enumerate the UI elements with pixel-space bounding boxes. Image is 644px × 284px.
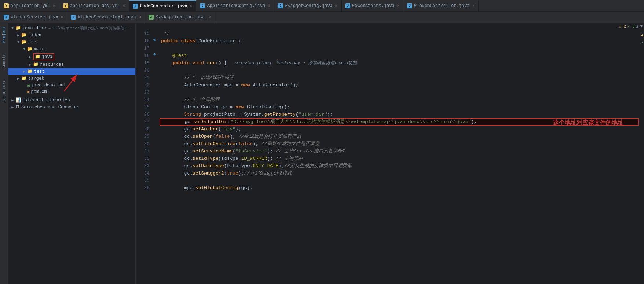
- code-line-28: gc.setAuthor("szx");: [160, 126, 639, 133]
- tab-icon-java1: J: [133, 4, 138, 9]
- arrow-target: ▶: [15, 76, 21, 81]
- tree-scratches[interactable]: ▶ 🗒 Scratches and Consoles: [8, 104, 135, 111]
- tab-swaggerconfig[interactable]: J SwaggerConfig.java ×: [274, 0, 341, 11]
- nav-up-btn[interactable]: ▲: [636, 24, 639, 29]
- code-line-31: gc.setServiceName("%sService"); // 去掉Ser…: [160, 148, 639, 155]
- tab-icon-java8: J: [149, 15, 154, 20]
- code-line-26: String projectPath = System.getProperty(…: [160, 111, 639, 118]
- tree-iml[interactable]: ▣ java-demo.iml: [8, 82, 135, 89]
- tab-codegenerator[interactable]: J CodeGenerator.java ×: [129, 0, 196, 11]
- tab-bar-row2: J WTokenService.java × J WTokenServiceIm…: [0, 12, 644, 23]
- annotation-text: 这个地址对应该文件的地址: [553, 119, 623, 126]
- arrow-test: ▶: [21, 69, 27, 74]
- tree-resources[interactable]: ▶ 📁 resources: [8, 61, 135, 68]
- code-line-36: mpg.setGlobalConfig(gc);: [160, 184, 639, 192]
- editor-area: ⚠ 2 ✓ 3 ▲ ▼ 15 16 17 18 19 20 21 22 23 2…: [136, 23, 644, 284]
- tab-bar-row1: Y application.yml × Y application-dev.ym…: [0, 0, 644, 12]
- tab-icon-yml: Y: [4, 3, 9, 8]
- gutter: ⊕ ⊕: [152, 29, 160, 284]
- arrow-idea: ▶: [15, 33, 21, 37]
- arrow-external: ▶: [10, 98, 15, 103]
- java-folder-highlight: 📁 java: [33, 53, 54, 60]
- folder-icon-test: 📁: [27, 69, 33, 74]
- tab-close-2[interactable]: ×: [123, 4, 125, 8]
- folder-icon-resources: 📁: [33, 62, 39, 67]
- code-line-33: gc.setDateType(DateType.ONLY_DATE);//定义生…: [160, 162, 639, 170]
- project-path: – D:\mygitee\项目大全\Java玩转微信...: [48, 25, 132, 31]
- icon-external-libraries: 📊: [15, 97, 21, 103]
- code-line-19: public void run() { songzhengxiang, Yest…: [160, 60, 639, 67]
- tree-test[interactable]: ▶ 📁 test: [8, 68, 135, 75]
- code-line-32: gc.setIdType(IdType.ID_WORKER); // 主键策略: [160, 155, 639, 162]
- tree-src[interactable]: ▼ 📂 src: [8, 39, 135, 46]
- code-editor: 15 16 17 18 19 20 21 22 23 24 25 26 27 2…: [136, 29, 644, 284]
- code-line-17: [160, 45, 639, 52]
- tab-icon-java4: J: [345, 3, 350, 8]
- tab-applicationconfig[interactable]: J ApplicationConfig.java ×: [196, 0, 274, 11]
- tab-szxapplication[interactable]: J SzxApplication.java ×: [145, 12, 215, 23]
- tab-close-3[interactable]: ×: [190, 4, 193, 8]
- code-line-24: // 2、全局配置: [160, 96, 639, 104]
- gutter-warning: ▲: [641, 33, 643, 37]
- code-line-16: public class CodeGenerator {: [160, 37, 639, 45]
- tool-structure[interactable]: Structure: [1, 78, 7, 103]
- arrow-java: ▶: [27, 55, 33, 59]
- tab-icon-java7: J: [71, 15, 76, 20]
- sidebar: Project Commit Structure ▼ 📁 java-demo –…: [0, 23, 136, 284]
- right-gutter: ▲ ✓: [639, 29, 644, 284]
- tab-icon-java5: J: [407, 3, 412, 8]
- code-line-15: */: [160, 30, 639, 37]
- tab-close-8[interactable]: ×: [61, 15, 63, 19]
- ok-count: ✓ 3: [627, 24, 635, 29]
- tab-close-7[interactable]: ×: [472, 4, 475, 8]
- tree-external-libraries[interactable]: ▶ 📊 External Libraries: [8, 97, 135, 104]
- tool-project[interactable]: Project: [1, 25, 7, 44]
- code-line-29: gc.setOpen(false); //生成后是否打开资源管理器: [160, 133, 639, 140]
- code-content[interactable]: */ public class CodeGenerator { @Test pu…: [160, 29, 639, 284]
- arrow-resources: ▶: [27, 62, 33, 67]
- tab-close-10[interactable]: ×: [208, 15, 211, 19]
- folder-icon-src: 📂: [21, 39, 27, 45]
- tab-wtokencontroller[interactable]: J WTokenController.java ×: [403, 0, 479, 11]
- tree-pom[interactable]: m pom.xml: [8, 89, 135, 95]
- warning-count: ⚠ 2: [619, 24, 626, 29]
- code-line-34: gc.setSwagger2(true);//开启Swagger2模式: [160, 170, 639, 177]
- line-numbers: 15 16 17 18 19 20 21 22 23 24 25 26 27 2…: [136, 29, 152, 284]
- tree-java[interactable]: ▶ 📁 java: [8, 53, 135, 61]
- file-icon-xml: m: [27, 90, 30, 94]
- tree-root[interactable]: ▼ 📁 java-demo – D:\mygitee\项目大全\Java玩转微信…: [8, 25, 135, 32]
- tab-wxconstants[interactable]: J WxConstants.java ×: [342, 0, 404, 11]
- tab-wtokenserviceimpl[interactable]: J WTokenServiceImpl.java ×: [67, 12, 145, 23]
- tab-close-6[interactable]: ×: [397, 4, 400, 8]
- icon-scratches: 🗒: [15, 104, 20, 110]
- code-line-30: gc.setFileOverride(false); //重新生成时文件是否覆盖: [160, 140, 639, 148]
- inline-comment-19: songzhengxiang, Yesterday · 添加响应微信token功…: [234, 60, 357, 67]
- code-line-27: gc.setOutputDir("D:\\mygitee\\项目大全\\Java…: [160, 118, 639, 126]
- folder-icon-target: 📁: [21, 76, 27, 81]
- arrow-main: ▼: [21, 47, 27, 51]
- tree-target[interactable]: ▶ 📁 target: [8, 75, 135, 82]
- editor-top-bar: ⚠ 2 ✓ 3 ▲ ▼: [136, 23, 644, 29]
- tab-application-dev-yml[interactable]: Y application-dev.yml ×: [59, 0, 129, 11]
- tree-idea[interactable]: ▶ 📂 .idea: [8, 32, 135, 39]
- arrow-root: ▼: [10, 26, 15, 30]
- code-line-20: [160, 67, 639, 74]
- tab-close-4[interactable]: ×: [268, 4, 270, 8]
- file-icon-iml: ▣: [27, 83, 30, 88]
- code-line-23: [160, 89, 639, 96]
- tree-main[interactable]: ▼ 📂 main: [8, 46, 135, 53]
- tab-wtokenservice[interactable]: J WTokenService.java ×: [0, 12, 67, 23]
- tab-close-5[interactable]: ×: [335, 4, 338, 8]
- project-tree: ▼ 📁 java-demo – D:\mygitee\项目大全\Java玩转微信…: [8, 23, 135, 284]
- arrow-src: ▼: [15, 40, 21, 44]
- gutter-ok: ✓: [641, 40, 643, 45]
- tool-commit[interactable]: Commit: [1, 53, 7, 70]
- tool-strip: Project Commit Structure: [0, 23, 8, 284]
- nav-down-btn[interactable]: ▼: [640, 24, 643, 29]
- code-line-25: GlobalConfig gc = new GlobalConfig();: [160, 104, 639, 111]
- tab-close-1[interactable]: ×: [53, 4, 55, 8]
- tab-application-yml[interactable]: Y application.yml ×: [0, 0, 59, 11]
- folder-icon-idea: 📂: [21, 32, 27, 38]
- tab-icon-yml2: Y: [63, 3, 68, 8]
- tab-close-9[interactable]: ×: [139, 15, 141, 19]
